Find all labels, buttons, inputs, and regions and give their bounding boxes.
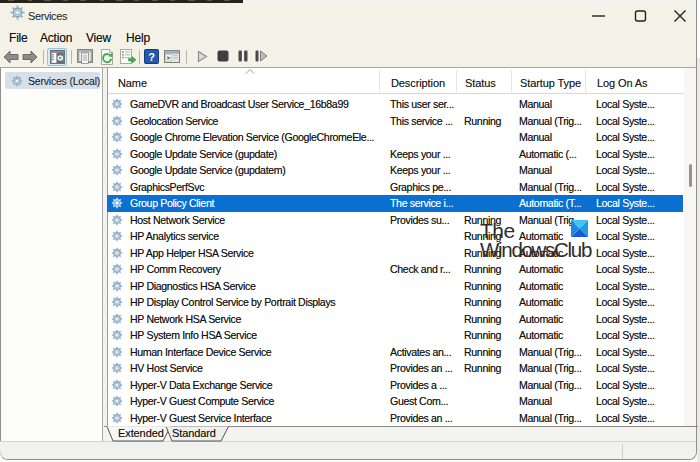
svg-text:?: ? [148,51,155,63]
